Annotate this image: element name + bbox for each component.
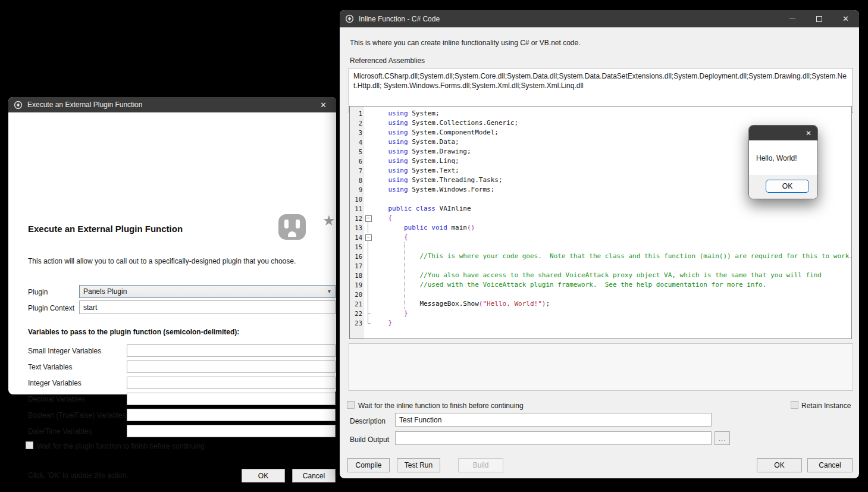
line-number: 13	[350, 223, 362, 233]
code-line[interactable]: 21 MessageBox.Show("Hello, World!");	[350, 299, 851, 309]
ok-button[interactable]: OK	[757, 458, 802, 472]
compiler-output-box[interactable]	[349, 343, 853, 391]
code-text: //used with the VoiceAttack plugin frame…	[372, 280, 766, 290]
code-line[interactable]: 15	[350, 242, 851, 252]
variable-row-input[interactable]	[127, 377, 336, 389]
code-line[interactable]: 12 {	[350, 214, 851, 223]
code-line[interactable]: 20	[350, 290, 851, 299]
fold-margin	[365, 280, 371, 290]
voiceattack-logo-icon	[345, 14, 354, 23]
messagebox-ok-button[interactable]: OK	[766, 180, 809, 193]
cancel-button[interactable]: Cancel	[292, 469, 336, 482]
maximize-button[interactable]	[806, 10, 832, 27]
code-text: {	[372, 233, 408, 242]
line-number: 2	[350, 118, 362, 128]
messagebox-titlebar[interactable]: ✕	[749, 126, 817, 140]
line-number: 14	[350, 233, 362, 242]
close-icon[interactable]: ✕	[320, 101, 327, 109]
code-text: using System.Drawing;	[372, 147, 471, 156]
retain-instance-label: Retain Instance	[801, 402, 851, 410]
close-button[interactable]: ✕	[832, 10, 859, 27]
code-text: public class VAInline	[372, 204, 471, 214]
fold-margin	[365, 137, 371, 147]
fold-margin	[365, 290, 371, 299]
line-number: 11	[350, 204, 362, 214]
plugin-dropdown[interactable]: Panels Plugin ▾	[79, 285, 336, 298]
messagebox-text: Hello, World!	[749, 140, 817, 176]
variable-row-input[interactable]	[127, 409, 336, 421]
line-number: 9	[350, 185, 362, 195]
code-line[interactable]: 16 //This is where your code goes. Note …	[350, 252, 851, 261]
code-line[interactable]: 22 }	[350, 309, 851, 318]
code-text: {	[372, 214, 392, 223]
code-text: using System.ComponentModel;	[372, 128, 499, 137]
line-number: 18	[350, 271, 362, 280]
variable-row-input[interactable]	[127, 361, 336, 373]
plugin-label: Plugin	[28, 288, 48, 296]
plugin-context-input[interactable]	[79, 300, 336, 314]
variable-row-input[interactable]	[127, 425, 336, 437]
close-icon[interactable]: ✕	[806, 129, 811, 137]
code-text: using System.Windows.Forms;	[372, 185, 494, 195]
variable-row-label: Boolean (True/False) Variables	[28, 411, 126, 419]
fold-margin	[365, 128, 371, 137]
code-text: }	[372, 309, 408, 318]
build-button[interactable]: Build	[458, 458, 503, 472]
outlet-slot-left	[284, 220, 289, 228]
compile-button[interactable]: Compile	[347, 458, 390, 472]
code-line[interactable]: 13 public void main()	[350, 223, 851, 233]
fold-collapse-icon[interactable]	[365, 214, 371, 223]
variable-row-input[interactable]	[127, 344, 336, 357]
page-title: Execute an External Plugin Function	[28, 224, 183, 234]
code-text: //This is where your code goes. Note tha…	[372, 252, 852, 261]
line-number: 15	[350, 242, 362, 252]
outlet-slot-right	[296, 220, 300, 228]
wait-plugin-checkbox[interactable]	[26, 441, 33, 449]
code-text: }	[372, 318, 392, 328]
code-line[interactable]: 17	[350, 261, 851, 271]
fold-margin	[365, 204, 371, 214]
cancel-button[interactable]: Cancel	[807, 458, 853, 472]
line-number: 17	[350, 261, 362, 271]
variables-heading: Variables to pass to the plugin function…	[28, 328, 239, 336]
indent-guide	[404, 242, 405, 309]
line-number: 4	[350, 137, 362, 147]
test-run-button[interactable]: Test Run	[397, 458, 440, 472]
code-text: using System;	[372, 109, 440, 118]
close-icon: ✕	[842, 14, 849, 23]
retain-instance-checkbox[interactable]	[791, 401, 798, 409]
plugin-context-label: Plugin Context	[28, 304, 74, 312]
code-line[interactable]: 14 {	[350, 233, 851, 242]
variable-row-label: Integer Variables	[28, 379, 82, 387]
variable-row-label: Date/Time Variables	[28, 427, 92, 435]
inline-function-window: Inline Function - C# Code ✕ This is wher…	[340, 10, 859, 478]
code-text: MessageBox.Show("Hello, World!");	[372, 299, 550, 309]
ok-button[interactable]: OK	[242, 469, 285, 482]
fold-margin	[365, 185, 371, 195]
code-line[interactable]: 1 using System;	[350, 109, 851, 118]
fold-margin	[365, 318, 371, 328]
line-number: 22	[350, 309, 362, 318]
code-text: using System.Text;	[372, 166, 459, 176]
line-number: 19	[350, 280, 362, 290]
wait-inline-checkbox[interactable]	[347, 401, 355, 409]
description-input[interactable]	[395, 413, 712, 427]
minimize-button[interactable]	[779, 10, 806, 27]
line-number: 20	[350, 290, 362, 299]
variable-row-input[interactable]	[127, 393, 336, 405]
fold-collapse-icon[interactable]	[365, 233, 371, 242]
code-line[interactable]: 18 //You also have access to the shared …	[350, 271, 851, 280]
code-line[interactable]: 19 //used with the VoiceAttack plugin fr…	[350, 280, 851, 290]
line-number: 10	[350, 195, 362, 204]
build-output-input[interactable]	[395, 431, 712, 445]
window-titlebar[interactable]: Inline Function - C# Code ✕	[340, 10, 859, 27]
line-number: 7	[350, 166, 362, 176]
code-line[interactable]: 23 }	[350, 318, 851, 328]
browse-button[interactable]: ...	[715, 431, 730, 445]
dialog-titlebar[interactable]: Execute an External Plugin Function ✕	[8, 97, 336, 112]
fold-margin	[365, 118, 371, 128]
code-text: using System.Data;	[372, 137, 459, 147]
star-icon[interactable]: ★	[322, 212, 336, 229]
code-line[interactable]: 11 public class VAInline	[350, 204, 851, 214]
fold-margin	[365, 299, 371, 309]
